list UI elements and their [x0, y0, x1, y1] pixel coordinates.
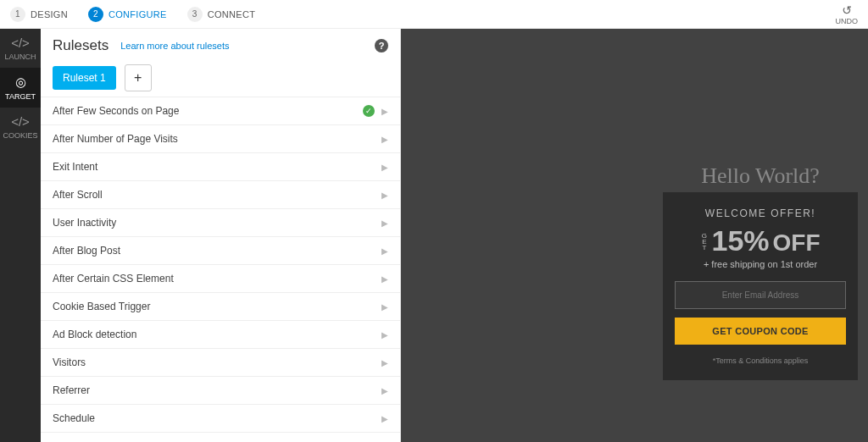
sidebar-item-cookies[interactable]: </> COOKIES: [0, 108, 41, 146]
undo-button[interactable]: ↻ UNDO: [836, 3, 859, 25]
preview-script-title: Hello World?: [663, 163, 858, 189]
panel-title: Rulesets: [53, 37, 108, 54]
rule-name: Cookie Based Trigger: [53, 301, 381, 312]
help-icon[interactable]: ?: [375, 39, 388, 52]
chevron-right-icon: ▶: [381, 414, 388, 423]
rule-name: After Blog Post: [53, 245, 381, 257]
chevron-right-icon: ▶: [381, 302, 388, 312]
preview-email-input[interactable]: [675, 281, 846, 309]
rule-item[interactable]: User Inactivity▶: [41, 209, 400, 237]
rule-name: After Certain CSS Element: [53, 273, 381, 285]
preview-terms: *Terms & Conditions applies: [713, 356, 809, 365]
rule-item[interactable]: After Number of Page Visits▶: [41, 125, 400, 153]
undo-icon: ↻: [836, 3, 859, 17]
rule-name: After Scroll: [53, 189, 381, 201]
add-ruleset-button[interactable]: +: [125, 64, 152, 91]
rule-name: Exit Intent: [53, 161, 381, 173]
panel-header: Rulesets Learn more about rulesets ?: [41, 29, 400, 59]
rule-name: Schedule: [53, 412, 381, 424]
chevron-right-icon: ▶: [381, 246, 388, 256]
target-icon: ◎: [15, 75, 26, 90]
rule-list[interactable]: After Few Seconds on Page✓▶After Number …: [41, 97, 400, 442]
rule-item[interactable]: Schedule▶: [41, 405, 400, 433]
rule-name: Visitors: [53, 356, 381, 368]
rule-item[interactable]: Cookie Based Trigger▶: [41, 293, 400, 321]
top-stepper-bar: 1 DESIGN 2 CONFIGURE 3 CONNECT ↻ UNDO: [0, 0, 868, 29]
rule-item[interactable]: Ad Block detection▶: [41, 321, 400, 349]
chevron-right-icon: ▶: [381, 135, 388, 144]
step-configure[interactable]: 2 CONFIGURE: [88, 7, 167, 22]
chevron-right-icon: ▶: [381, 274, 388, 284]
step-connect[interactable]: 3 CONNECT: [187, 7, 256, 22]
chevron-right-icon: ▶: [381, 163, 388, 172]
step-design[interactable]: 1 DESIGN: [10, 7, 68, 22]
code-icon: </>: [11, 114, 30, 129]
rule-name: Ad Block detection: [53, 329, 381, 340]
preview-shipping: + free shipping on 1st order: [704, 259, 817, 269]
rule-item[interactable]: After Certain CSS Element▶: [41, 265, 400, 293]
rule-name: After Number of Page Visits: [53, 133, 381, 145]
plus-icon: +: [134, 70, 142, 86]
rule-item[interactable]: After Few Seconds on Page✓▶: [41, 97, 400, 125]
sidebar-item-target[interactable]: ◎ TARGET: [0, 68, 41, 108]
chevron-right-icon: ▶: [381, 107, 388, 116]
ruleset-tabs: Ruleset 1 +: [41, 59, 400, 97]
rule-item[interactable]: On Click▶: [41, 433, 400, 442]
check-icon: ✓: [363, 105, 375, 117]
rule-name: Referrer: [53, 384, 381, 396]
rule-item[interactable]: After Scroll▶: [41, 181, 400, 209]
chevron-right-icon: ▶: [381, 330, 388, 340]
rule-name: User Inactivity: [53, 217, 381, 229]
rule-item[interactable]: Exit Intent▶: [41, 153, 400, 181]
code-icon: </>: [11, 36, 30, 50]
preview-cta-button[interactable]: GET COUPON CODE: [675, 318, 846, 345]
learn-more-link[interactable]: Learn more about rulesets: [120, 41, 229, 51]
preview-welcome: WELCOME OFFER!: [705, 207, 815, 219]
ruleset-tab-1[interactable]: Ruleset 1: [53, 66, 116, 90]
chevron-right-icon: ▶: [381, 218, 388, 228]
rulesets-panel: Rulesets Learn more about rulesets ? Rul…: [41, 29, 401, 442]
rule-item[interactable]: Referrer▶: [41, 377, 400, 405]
chevron-right-icon: ▶: [381, 191, 388, 200]
chevron-right-icon: ▶: [381, 386, 388, 395]
chevron-right-icon: ▶: [381, 358, 388, 367]
rule-item[interactable]: Visitors▶: [41, 349, 400, 377]
preview-offer: GET 15% OFF: [700, 224, 820, 257]
preview-area: Hello World? WELCOME OFFER! GET 15% OFF …: [401, 29, 868, 442]
rule-item[interactable]: After Blog Post▶: [41, 237, 400, 265]
preview-popup: Hello World? WELCOME OFFER! GET 15% OFF …: [663, 192, 858, 380]
left-sidebar: </> LAUNCH ◎ TARGET </> COOKIES: [0, 29, 41, 442]
sidebar-item-launch[interactable]: </> LAUNCH: [0, 29, 41, 68]
rule-name: After Few Seconds on Page: [53, 105, 363, 117]
